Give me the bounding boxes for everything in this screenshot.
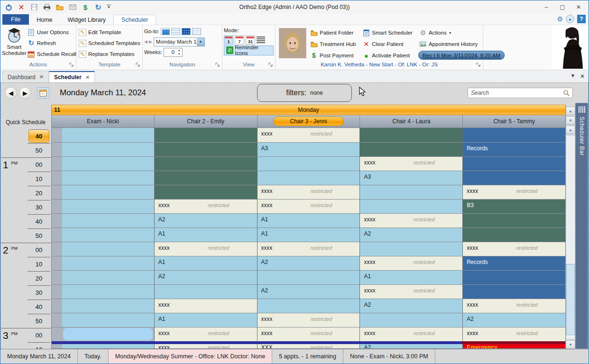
schedule-cell[interactable] [463, 128, 565, 142]
schedule-cell[interactable] [155, 185, 257, 199]
restricted-cell[interactable]: xxxxrestricted [463, 299, 565, 313]
schedule-cell[interactable] [52, 242, 154, 256]
schedule-recall-button[interactable]: Schedule Recall [27, 49, 77, 59]
refresh-icon[interactable]: ↻ [94, 3, 102, 11]
schedule-cell[interactable] [360, 313, 462, 327]
restricted-cell[interactable]: xxxxrestricted [258, 327, 360, 341]
filters-button[interactable]: filters: none [257, 84, 352, 102]
save-icon[interactable] [30, 3, 38, 11]
settings-gear-icon[interactable]: ⚙ [557, 15, 563, 23]
restricted-cell[interactable]: xxxx [155, 299, 257, 313]
schedule-cell[interactable] [258, 270, 360, 284]
schedule-cell[interactable] [155, 171, 257, 185]
schedule-cell[interactable] [52, 171, 154, 185]
schedule-cell[interactable]: B3 [463, 199, 565, 213]
schedule-cell[interactable] [52, 299, 154, 313]
restricted-cell[interactable]: xxxxrestricted [360, 284, 462, 299]
goto-day-icon[interactable] [161, 28, 170, 35]
patient-actions-button[interactable]: ⚙ Actions ▼ [418, 28, 505, 37]
schedule-cell[interactable]: A2 [155, 270, 257, 284]
schedule-cell[interactable]: A1 [258, 228, 360, 242]
schedule-cell[interactable] [463, 156, 565, 171]
schedule-cell[interactable]: Records [463, 142, 565, 156]
schedule-cell[interactable] [155, 156, 257, 171]
schedule-cell[interactable] [52, 185, 154, 199]
scroll-up-icon[interactable]: ▲ [566, 107, 575, 115]
schedule-cell[interactable] [52, 256, 154, 270]
schedule-cell[interactable] [155, 128, 257, 142]
smart-scheduler-button[interactable]: Smart Scheduler [2, 26, 27, 62]
goto-month-icon[interactable] [182, 28, 191, 35]
chair-column-header[interactable]: Chair 5 - Tammy [463, 115, 565, 127]
search-input[interactable]: Search [468, 88, 573, 98]
close-button[interactable]: ✕ [571, 2, 586, 12]
tab-widget-library[interactable]: Widget Library [60, 15, 114, 25]
mode-month-button[interactable]: 31 [246, 36, 255, 45]
chair-column-header[interactable]: Chair 3 - Jenni [258, 115, 360, 127]
schedule-cell[interactable]: A3 [360, 171, 462, 185]
restricted-cell[interactable]: xxxxrestricted [463, 327, 565, 341]
report-icon[interactable] [68, 3, 77, 11]
scroll-down-icon[interactable]: ▼ [566, 340, 575, 349]
scrollbar-thumb[interactable] [566, 264, 575, 335]
goto-custom-icon[interactable] [192, 28, 201, 35]
schedule-cell[interactable] [360, 199, 462, 213]
treatment-hub-button[interactable]: Treatment Hub [309, 39, 357, 49]
scroll-up-icon[interactable]: ▲ [566, 126, 575, 134]
schedule-cell[interactable] [52, 156, 154, 171]
restricted-cell[interactable]: xxxxrestricted [258, 128, 360, 142]
tab-scheduler[interactable]: Scheduler [113, 15, 156, 25]
calendar-picker-button[interactable] [37, 87, 49, 99]
schedule-cell[interactable]: A2 [360, 228, 462, 242]
schedule-cell[interactable]: A2 [360, 299, 462, 313]
appointment-history-button[interactable]: Appointment History [418, 39, 505, 49]
restricted-cell[interactable]: xxxxrestricted [360, 256, 462, 270]
day-header-bar[interactable]: 11 Monday [51, 105, 566, 115]
payment-icon[interactable]: $ [81, 3, 90, 11]
schedule-cell[interactable]: A1 [155, 256, 257, 270]
tab-file[interactable]: File [2, 14, 29, 25]
search-icon[interactable] [563, 90, 570, 96]
weeks-up-icon[interactable]: ▲ [176, 48, 182, 53]
patient-folder-button[interactable]: Patient Folder [309, 28, 357, 37]
view-dialog-launcher[interactable] [268, 63, 273, 67]
actions-dialog-launcher[interactable] [69, 63, 74, 67]
schedule-cell[interactable]: A2 [155, 213, 257, 228]
schedule-cell[interactable] [463, 228, 565, 242]
restricted-cell[interactable]: xxxxrestricted [155, 327, 257, 341]
restricted-cell[interactable]: xxxxrestricted [360, 327, 462, 341]
date-combobox[interactable]: Monday March 11, ▼ [154, 37, 205, 46]
previous-day-button[interactable]: ◀ [5, 87, 17, 99]
smart-scheduler-patient-button[interactable]: Smart Scheduler [361, 28, 414, 37]
open-folder-icon[interactable] [55, 3, 64, 11]
user-options-button[interactable]: User Options [27, 27, 77, 37]
doc-tab-dashboard[interactable]: Dashboard✕ [2, 71, 49, 82]
restricted-cell[interactable]: xxxxrestricted [258, 199, 360, 213]
goto-week-icon[interactable] [171, 28, 180, 35]
restricted-cell[interactable]: xxxxrestricted [463, 242, 565, 256]
minimize-button[interactable]: – [539, 2, 553, 12]
schedule-cell[interactable]: A3 [258, 142, 360, 156]
schedule-cell[interactable] [52, 199, 154, 213]
weeks-stepper[interactable]: 0 ▲▼ [164, 48, 183, 57]
scrollbar-track[interactable] [566, 135, 575, 339]
quick-schedule-slot[interactable]: 40 [28, 129, 49, 143]
restricted-cell[interactable]: xxxxrestricted [258, 185, 360, 199]
restricted-cell[interactable]: xxxxrestricted [360, 213, 462, 228]
refresh-button[interactable]: ↻ Refresh [27, 38, 77, 48]
scheduler-bar-tab[interactable]: Scheduler Bar [575, 103, 588, 349]
schedule-cell[interactable]: A1 [155, 228, 257, 242]
schedule-cell[interactable]: Records [463, 256, 565, 270]
restricted-cell[interactable]: xxxxrestricted [360, 156, 462, 171]
schedule-cell[interactable] [360, 142, 462, 156]
restricted-cell[interactable]: xxxxrestricted [258, 313, 360, 327]
schedule-cell[interactable] [463, 171, 565, 185]
restricted-cell[interactable]: xxxxrestricted [258, 242, 360, 256]
schedule-cell[interactable]: A2 [258, 256, 360, 270]
restricted-cell[interactable]: xxxxrestricted [155, 199, 257, 213]
schedule-cell[interactable] [360, 242, 462, 256]
mode-list-icon[interactable] [257, 36, 265, 43]
mode-day-button[interactable]: 1 [224, 36, 233, 45]
nav-prev-icon[interactable]: ◀ [144, 39, 147, 44]
restricted-cell[interactable]: xxxxrestricted [155, 242, 257, 256]
